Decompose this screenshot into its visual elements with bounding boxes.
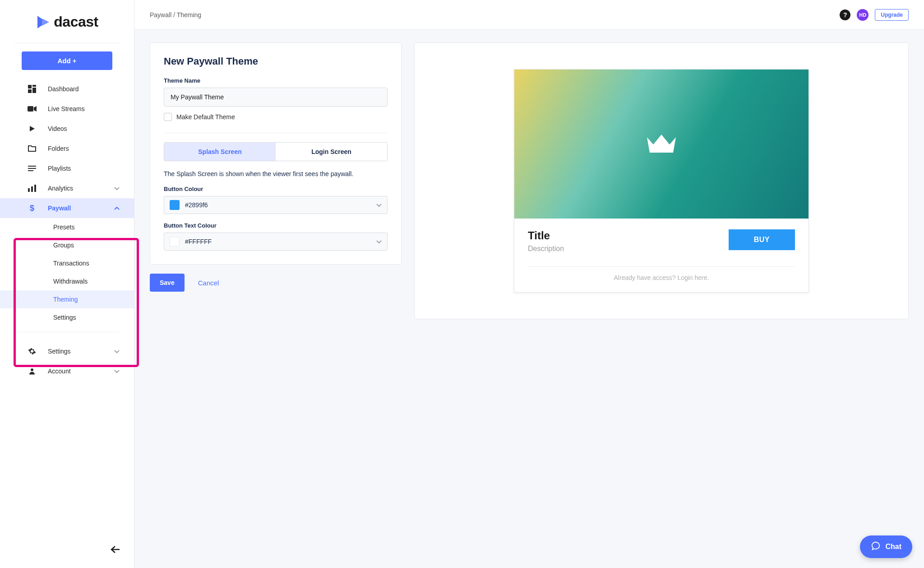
button-colour-label: Button Colour (164, 186, 388, 192)
help-icon[interactable]: ? (840, 9, 850, 20)
logo: dacast (0, 0, 134, 43)
make-default-label: Make Default Theme (176, 113, 235, 121)
dollar-icon: $ (27, 204, 37, 213)
sidebar-item-dashboard[interactable]: Dashboard (0, 79, 134, 99)
logo-text: dacast (54, 14, 98, 30)
svg-point-12 (31, 368, 33, 371)
play-icon (27, 125, 37, 132)
preview-footnote[interactable]: Already have access? Login here. (528, 274, 795, 281)
chevron-up-icon (114, 205, 120, 212)
sidebar: dacast Add + Dashboard Live Streams Vide… (0, 0, 134, 568)
chevron-down-icon (114, 185, 120, 192)
chat-widget[interactable]: Chat (860, 535, 912, 558)
sidebar-item-analytics[interactable]: Analytics (0, 178, 134, 198)
crown-icon (645, 131, 678, 158)
chevron-down-icon (376, 201, 382, 209)
chat-label: Chat (885, 543, 901, 551)
gear-icon (27, 347, 37, 355)
cancel-button[interactable]: Cancel (198, 279, 219, 287)
colour-swatch-icon (170, 200, 180, 210)
svg-rect-2 (32, 88, 36, 93)
sidebar-item-folders[interactable]: Folders (0, 139, 134, 158)
screen-tabs: Splash Screen Login Screen (164, 142, 388, 161)
nav: Dashboard Live Streams Videos Folders Pl… (0, 79, 134, 568)
chevron-down-icon (114, 368, 120, 375)
main: Paywall / Theming ? HD Upgrade New Paywa… (134, 0, 924, 568)
svg-rect-5 (28, 166, 36, 167)
svg-rect-8 (28, 188, 30, 192)
preview-hero (514, 70, 808, 219)
sidebar-item-settings[interactable]: Settings (0, 341, 134, 361)
breadcrumb: Paywall / Theming (150, 11, 201, 19)
save-button[interactable]: Save (150, 274, 185, 292)
sidebar-subitem-withdrawals[interactable]: Withdrawals (0, 272, 134, 290)
button-text-colour-select[interactable]: #FFFFFF (164, 233, 388, 251)
button-colour-select[interactable]: #2899f6 (164, 196, 388, 214)
svg-rect-4 (28, 106, 33, 112)
folder-icon (27, 145, 37, 152)
playlist-icon (27, 165, 37, 172)
preview-description: Description (528, 245, 564, 253)
sidebar-subitem-settings[interactable]: Settings (0, 308, 134, 326)
svg-rect-6 (28, 168, 36, 169)
preview-card: Title Description BUY Already have acces… (414, 42, 909, 319)
analytics-icon (27, 185, 37, 192)
buy-button[interactable]: BUY (729, 229, 795, 250)
theme-name-label: Theme Name (164, 77, 388, 84)
button-colour-value: #2899f6 (185, 201, 208, 209)
logo-icon (36, 14, 52, 30)
sidebar-item-account[interactable]: Account (0, 361, 134, 381)
svg-rect-1 (32, 85, 36, 87)
svg-rect-3 (28, 89, 32, 93)
sidebar-item-paywall[interactable]: $ Paywall (0, 198, 134, 218)
chevron-down-icon (114, 348, 120, 355)
topbar: Paywall / Theming ? HD Upgrade (134, 0, 924, 30)
add-button[interactable]: Add + (22, 51, 112, 70)
tab-splash-screen[interactable]: Splash Screen (164, 143, 276, 161)
chevron-down-icon (376, 238, 382, 245)
paywall-submenu: Presets Groups Transactions Withdrawals … (0, 218, 134, 326)
avatar[interactable]: HD (857, 9, 869, 21)
sidebar-subitem-transactions[interactable]: Transactions (0, 254, 134, 272)
person-icon (27, 367, 37, 375)
camera-icon (27, 106, 37, 112)
upgrade-button[interactable]: Upgrade (875, 9, 909, 21)
svg-text:$: $ (30, 204, 34, 213)
sidebar-item-livestreams[interactable]: Live Streams (0, 99, 134, 119)
splash-hint: The Splash Screen is shown when the view… (164, 170, 388, 177)
sidebar-subitem-presets[interactable]: Presets (0, 218, 134, 236)
tab-login-screen[interactable]: Login Screen (276, 143, 387, 161)
preview-title: Title (528, 229, 564, 242)
theme-name-input[interactable] (164, 88, 388, 107)
page-title: New Paywall Theme (164, 56, 388, 67)
sidebar-subitem-theming[interactable]: Theming (0, 290, 134, 308)
colour-swatch-icon (170, 237, 180, 247)
sidebar-item-playlists[interactable]: Playlists (0, 158, 134, 178)
chat-icon (871, 541, 881, 553)
paywall-preview: Title Description BUY Already have acces… (514, 69, 809, 293)
button-text-colour-value: #FFFFFF (185, 238, 212, 245)
dashboard-icon (27, 85, 37, 93)
svg-rect-7 (28, 170, 33, 171)
form-card: New Paywall Theme Theme Name Make Defaul… (150, 42, 402, 265)
make-default-checkbox[interactable] (164, 113, 172, 121)
collapse-sidebar-button[interactable] (109, 543, 122, 556)
svg-rect-9 (31, 186, 33, 192)
svg-rect-0 (28, 85, 32, 88)
sidebar-item-videos[interactable]: Videos (0, 119, 134, 139)
svg-rect-10 (34, 185, 36, 192)
button-text-colour-label: Button Text Colour (164, 222, 388, 229)
sidebar-subitem-groups[interactable]: Groups (0, 236, 134, 254)
